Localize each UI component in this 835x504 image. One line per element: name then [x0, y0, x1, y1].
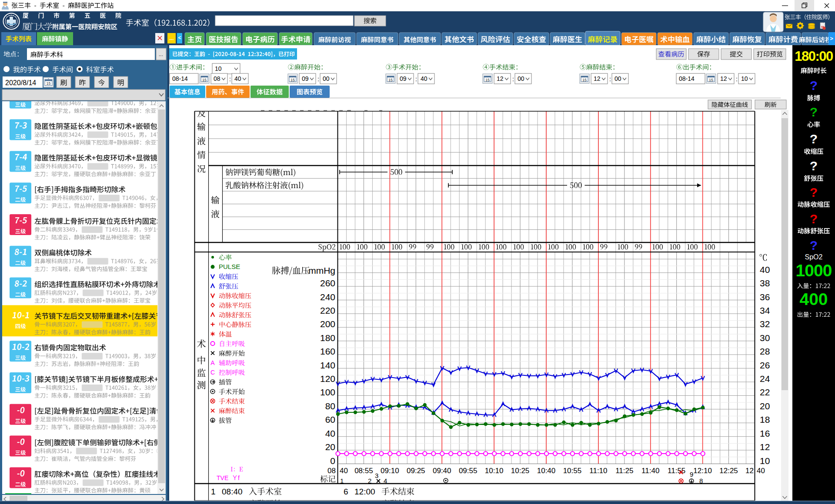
svg-text:1: 1	[340, 477, 344, 484]
svg-text:18: 18	[760, 414, 770, 424]
svg-text:10: 10	[741, 75, 748, 82]
svg-text::: :	[609, 76, 611, 83]
svg-text:200: 200	[320, 319, 335, 329]
svg-text:12:10: 12:10	[693, 467, 712, 475]
svg-text:10: 10	[215, 65, 222, 72]
svg-text:24: 24	[760, 374, 770, 384]
svg-text:220: 220	[320, 305, 335, 315]
svg-text:?: ?	[810, 105, 818, 119]
svg-text:...: ...	[159, 51, 163, 57]
svg-text:0: 0	[330, 456, 335, 466]
svg-text:2020/8/14: 2020/8/14	[5, 79, 36, 86]
svg-text:00: 00	[615, 75, 621, 82]
svg-text:30: 30	[760, 333, 770, 343]
svg-text:15: 15	[202, 78, 207, 82]
svg-text:TVE: TVE	[217, 474, 228, 481]
svg-text:40: 40	[340, 467, 348, 475]
svg-text:09:40: 09:40	[433, 467, 451, 475]
svg-text:6: 6	[344, 487, 348, 496]
svg-text:20: 20	[760, 401, 770, 411]
svg-text:15: 15	[46, 81, 50, 86]
svg-text:mmHg: mmHg	[308, 265, 335, 275]
svg-text:09:10: 09:10	[381, 467, 399, 475]
svg-text:1000: 1000	[796, 261, 832, 280]
svg-text:140: 140	[320, 360, 335, 370]
svg-text:?: ?	[810, 78, 818, 93]
svg-text:09: 09	[400, 75, 407, 82]
svg-text:15: 15	[485, 78, 490, 82]
svg-text::: :	[512, 76, 514, 83]
svg-text:08: 08	[327, 467, 336, 475]
svg-text:38: 38	[760, 278, 770, 288]
svg-text:11:25: 11:25	[615, 467, 633, 475]
svg-text:2: 2	[368, 477, 371, 484]
svg-text:40: 40	[421, 75, 428, 82]
svg-text:15: 15	[582, 78, 587, 82]
svg-text:260: 260	[320, 278, 335, 288]
svg-text:8: 8	[699, 477, 703, 484]
svg-text:12: 12	[497, 75, 504, 82]
svg-text:12: 12	[720, 75, 727, 82]
svg-text:16: 16	[760, 428, 770, 438]
svg-text:?: ?	[810, 132, 818, 146]
svg-text:...: ...	[169, 35, 174, 41]
svg-text:3: 3	[375, 472, 378, 479]
svg-text:?: ?	[810, 238, 818, 252]
svg-text:26: 26	[760, 360, 770, 370]
svg-text:4: 4	[384, 477, 387, 484]
svg-text:180: 180	[320, 333, 335, 343]
svg-text:10:10: 10:10	[485, 467, 504, 475]
svg-text:10:40: 10:40	[537, 467, 556, 475]
svg-text:32: 32	[760, 319, 770, 329]
svg-text:40: 40	[760, 265, 770, 275]
svg-text:40: 40	[234, 75, 241, 82]
svg-text:22: 22	[760, 387, 770, 397]
svg-text::: :	[415, 76, 417, 83]
svg-text:80: 80	[325, 401, 335, 411]
svg-text:C: C	[210, 369, 215, 376]
svg-text:00: 00	[323, 75, 330, 82]
svg-text:SpO2: SpO2	[805, 253, 823, 261]
svg-text:12:25: 12:25	[719, 467, 738, 475]
svg-text:10: 10	[760, 456, 770, 466]
svg-text:?: ?	[810, 212, 818, 226]
svg-text:60: 60	[325, 414, 335, 424]
svg-text:20: 20	[325, 442, 335, 452]
svg-text:36: 36	[760, 292, 770, 302]
svg-text:11:10: 11:10	[589, 467, 607, 475]
svg-text:12: 12	[745, 467, 754, 475]
svg-text:120: 120	[320, 374, 335, 384]
svg-text:40: 40	[757, 467, 765, 475]
svg-text:15: 15	[709, 78, 713, 82]
svg-text:240: 240	[320, 292, 335, 302]
svg-text:08-14: 08-14	[679, 75, 695, 82]
svg-text:?: ?	[810, 159, 818, 173]
svg-text:400: 400	[799, 290, 828, 308]
svg-text:1: 1	[211, 487, 216, 496]
svg-text:09:25: 09:25	[407, 467, 425, 475]
svg-text:12:00: 12:00	[354, 487, 375, 496]
svg-text:10:25: 10:25	[511, 467, 530, 475]
svg-text:PULSE: PULSE	[219, 263, 240, 270]
svg-text:160: 160	[320, 346, 335, 356]
svg-text:09:55: 09:55	[459, 467, 478, 475]
svg-text::: :	[736, 76, 738, 83]
svg-text:34: 34	[760, 305, 770, 315]
svg-text:180:00: 180:00	[795, 49, 833, 64]
svg-text:15: 15	[388, 78, 393, 82]
svg-text:100: 100	[320, 387, 335, 397]
svg-text:11:40: 11:40	[641, 467, 659, 475]
svg-text:f: f	[238, 474, 240, 481]
svg-text:<: <	[178, 35, 181, 41]
svg-text:?: ?	[810, 185, 818, 199]
svg-text:00: 00	[518, 75, 524, 82]
svg-text:9: 9	[690, 471, 693, 478]
svg-text:12: 12	[594, 75, 601, 82]
svg-text:A: A	[210, 359, 215, 366]
svg-text:15: 15	[291, 78, 295, 82]
svg-text::: :	[229, 76, 231, 83]
svg-text::: :	[317, 76, 319, 83]
svg-text:40: 40	[325, 428, 335, 438]
svg-text:08:55: 08:55	[354, 467, 373, 475]
svg-text:09: 09	[302, 75, 309, 82]
